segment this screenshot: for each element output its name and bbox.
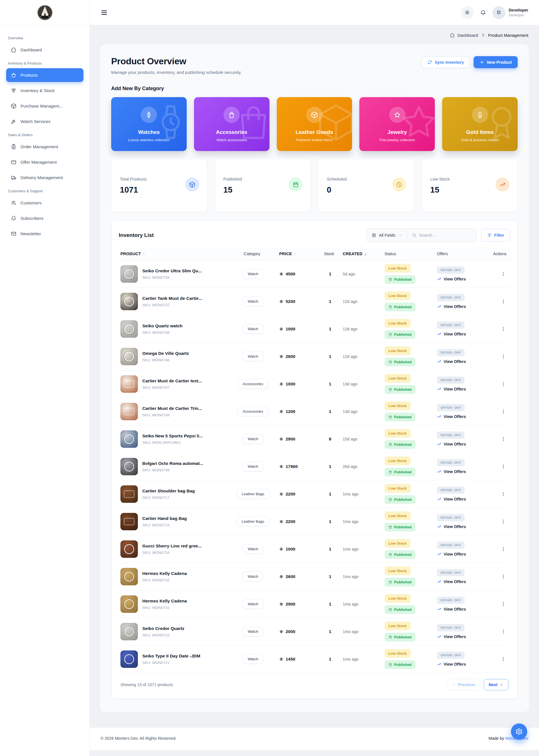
filter-button[interactable]: Filter [481, 229, 510, 242]
kebab-icon[interactable] [501, 464, 506, 469]
product-name[interactable]: Cartier Must de Cartier Trin... [142, 406, 202, 411]
product-sku: SKU: MON0723 [142, 523, 187, 527]
view-offers-link[interactable]: View Offers [437, 415, 466, 419]
column-header[interactable]: PRODUCT ↑ [120, 251, 227, 256]
view-offers-link[interactable]: View Offers [437, 304, 466, 309]
sync-inventory-button[interactable]: Sync Inventory [422, 56, 470, 68]
category-card[interactable]: Accessories Watch accessories [194, 97, 270, 151]
offer-status-badge: OFFER: OFF [437, 431, 465, 439]
view-offers-link[interactable]: View Offers [437, 579, 466, 584]
kebab-icon[interactable] [501, 436, 506, 442]
brand-logo[interactable] [37, 5, 53, 21]
product-name[interactable]: Cartier Tank Must de Cartie... [142, 296, 202, 301]
column-header[interactable]: Status [385, 252, 437, 256]
view-offers-link[interactable]: View Offers [437, 387, 466, 391]
sort-arrow-icon: ↑ [294, 251, 296, 256]
view-offers-link[interactable]: View Offers [437, 332, 466, 336]
menu-icon[interactable] [101, 9, 108, 16]
product-name[interactable]: Hermes Kelly Cadena [142, 598, 187, 604]
product-name[interactable]: Cartier Shoulder bag Bag [142, 489, 195, 493]
kebab-icon[interactable] [501, 601, 506, 607]
sidebar-item[interactable]: Products [6, 68, 83, 82]
low-stock-badge: Low Stock [385, 594, 411, 603]
sidebar-item[interactable]: Order Management [6, 140, 83, 154]
column-header[interactable]: Offers [437, 252, 491, 256]
calendar-icon [389, 415, 392, 419]
view-offers-link[interactable]: View Offers [437, 497, 466, 501]
view-offers-link[interactable]: View Offers [437, 607, 466, 611]
view-offers-link[interactable]: View Offers [437, 524, 466, 529]
product-name[interactable]: Cartier Must de Cartier text... [142, 378, 202, 383]
category-pill: Accessories [238, 407, 269, 416]
view-offers-link[interactable]: View Offers [437, 552, 466, 557]
category-card[interactable]: Leather Goods Premium leather items [277, 97, 352, 151]
kebab-icon[interactable] [501, 326, 506, 332]
product-name[interactable]: Seiko Type II Day Date -JDM [142, 653, 200, 658]
column-header[interactable]: Stock [318, 252, 343, 256]
sidebar-section-label: Sales & Orders [8, 133, 82, 137]
kebab-icon[interactable] [501, 409, 506, 415]
product-name[interactable]: Hermes Kelly Cadena [142, 571, 187, 576]
product-image [120, 623, 138, 640]
product-name[interactable]: Cartier Hand bag Bag [142, 516, 187, 521]
sidebar-item[interactable]: Newsletter [6, 227, 83, 241]
view-offers-link[interactable]: View Offers [437, 442, 466, 446]
bell-icon[interactable] [480, 10, 486, 16]
user-menu[interactable]: D Developer Developer [493, 6, 528, 19]
previous-page-button[interactable]: Previous [447, 679, 480, 690]
product-name[interactable]: Bvlgari Octo Roma automat... [142, 461, 203, 466]
column-header[interactable]: Category [227, 252, 279, 256]
sidebar-item[interactable]: Inventory & Stock [6, 84, 83, 98]
kebab-icon[interactable] [501, 491, 506, 497]
sidebar-item[interactable]: Offer Management [6, 155, 83, 169]
sidebar-item[interactable]: Purchase Managem... [6, 99, 83, 113]
product-name[interactable]: Seiko Credor Ultra Slim Qu... [142, 268, 202, 273]
kebab-icon[interactable] [501, 299, 506, 304]
theme-toggle-button[interactable] [461, 6, 474, 19]
product-name[interactable]: Seiko Credor Quartz [142, 626, 185, 631]
view-offers-link[interactable]: View Offers [437, 635, 466, 639]
kebab-icon[interactable] [501, 656, 506, 662]
settings-fab[interactable] [511, 723, 527, 740]
all-fields-dropdown[interactable]: All Fields [367, 233, 407, 238]
sidebar-item[interactable]: Delivery Management [6, 171, 83, 185]
created-cell: 12d ago [343, 327, 385, 331]
category-card[interactable]: Gold Items Gold & precious metals [442, 97, 518, 151]
next-page-button[interactable]: Next [484, 679, 508, 690]
view-offers-link[interactable]: View Offers [437, 359, 466, 364]
view-offers-link[interactable]: View Offers [437, 662, 466, 666]
offer-status-badge: OFFER: OFF [437, 651, 465, 659]
view-offers-link[interactable]: View Offers [437, 277, 466, 281]
sidebar-item[interactable]: Watch Services [6, 114, 83, 128]
product-name[interactable]: Seiko New 5 Sports Pepsi li... [142, 433, 203, 438]
kebab-icon[interactable] [501, 519, 506, 524]
product-name[interactable]: Omega De Ville Quartz [142, 351, 189, 356]
search-input[interactable] [419, 233, 472, 238]
breadcrumb-home[interactable]: Dashboard [457, 33, 478, 38]
column-header[interactable]: PRICE ↑ [279, 251, 318, 256]
product-name[interactable]: Seiko Quartz watch [142, 323, 183, 329]
category-card[interactable]: Jewelry Fine jewelry collection [359, 97, 435, 151]
view-offers-link[interactable]: View Offers [437, 469, 466, 474]
column-header[interactable]: CREATED ↓ [343, 251, 385, 256]
created-cell: 12d ago [343, 299, 385, 304]
kebab-icon[interactable] [501, 574, 506, 579]
product-sku: SKU: MON0734 [142, 551, 201, 555]
price-cell: 2900 [279, 436, 318, 442]
sidebar-item[interactable]: Subscribers [6, 211, 83, 225]
kebab-icon[interactable] [501, 354, 506, 359]
new-product-button[interactable]: New Product [474, 56, 518, 68]
kebab-icon[interactable] [501, 271, 506, 277]
stat-cards: Total Products 1071 Published 15 Schedul… [111, 159, 518, 212]
kebab-icon[interactable] [501, 546, 506, 552]
kebab-icon[interactable] [501, 629, 506, 635]
product-name[interactable]: Gucci Sherry Line red gree... [142, 544, 201, 549]
sidebar-item[interactable]: Dashboard [6, 43, 83, 57]
inventory-table: PRODUCT ↑ Category PRICE ↑ [119, 248, 510, 673]
sidebar-item[interactable]: Customers [6, 196, 83, 210]
kebab-icon[interactable] [501, 381, 506, 387]
category-card[interactable]: Watches Luxury watches collection [111, 97, 187, 151]
chevron-left-icon [452, 683, 456, 687]
column-header[interactable]: Actions [491, 252, 508, 256]
stock-cell: 1 [318, 271, 343, 276]
